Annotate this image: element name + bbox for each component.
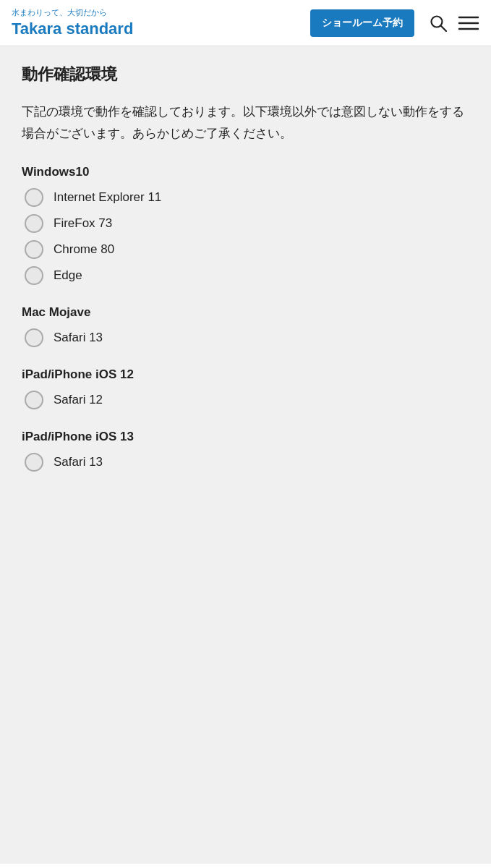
logo-area: 水まわりって、大切だから Takara standard [12, 7, 302, 38]
browser-item: Safari 13 [22, 328, 469, 347]
radio-circle-icon [25, 328, 43, 347]
browser-name: Safari 13 [54, 331, 103, 345]
os-group: Mac MojaveSafari 13 [22, 305, 469, 347]
radio-circle-icon [25, 188, 43, 207]
tagline: 水まわりって、大切だから [12, 7, 302, 18]
radio-circle-icon [25, 391, 43, 409]
brand-name[interactable]: Takara standard [12, 20, 302, 38]
browser-item: Safari 12 [22, 391, 469, 409]
browser-item: Safari 13 [22, 453, 469, 472]
svg-line-1 [441, 25, 446, 30]
browser-name: Chrome 80 [54, 242, 114, 257]
site-header: 水まわりって、大切だから Takara standard ショールーム予約 [0, 0, 491, 46]
description-text: 下記の環境で動作を確認しております。以下環境以外では意図しない動作をする場合がご… [22, 101, 469, 145]
os-groups-container: Windows10Internet Explorer 11FireFox 73C… [22, 165, 469, 472]
main-content: 動作確認環境 下記の環境で動作を確認しております。以下環境以外では意図しない動作… [0, 46, 491, 864]
browser-item: Edge [22, 266, 469, 285]
browser-item: Internet Explorer 11 [22, 188, 469, 207]
search-icon[interactable] [429, 14, 448, 33]
os-group: Windows10Internet Explorer 11FireFox 73C… [22, 165, 469, 285]
os-name: iPad/iPhone iOS 12 [22, 367, 469, 382]
browser-item: FireFox 73 [22, 214, 469, 233]
menu-icon[interactable] [458, 14, 479, 33]
os-group: iPad/iPhone iOS 13Safari 13 [22, 430, 469, 472]
browser-name: Edge [54, 268, 82, 283]
os-name: Windows10 [22, 165, 469, 179]
radio-circle-icon [25, 240, 43, 259]
radio-circle-icon [25, 453, 43, 472]
browser-name: Safari 13 [54, 455, 103, 469]
os-name: Mac Mojave [22, 305, 469, 320]
browser-name: FireFox 73 [54, 216, 112, 231]
browser-name: Safari 12 [54, 393, 103, 407]
os-group: iPad/iPhone iOS 12Safari 12 [22, 367, 469, 409]
radio-circle-icon [25, 266, 43, 285]
showroom-button[interactable]: ショールーム予約 [310, 9, 414, 37]
header-icons [429, 14, 479, 33]
section-title: 動作確認環境 [22, 64, 469, 85]
browser-name: Internet Explorer 11 [54, 190, 161, 205]
browser-item: Chrome 80 [22, 240, 469, 259]
radio-circle-icon [25, 214, 43, 233]
os-name: iPad/iPhone iOS 13 [22, 430, 469, 444]
